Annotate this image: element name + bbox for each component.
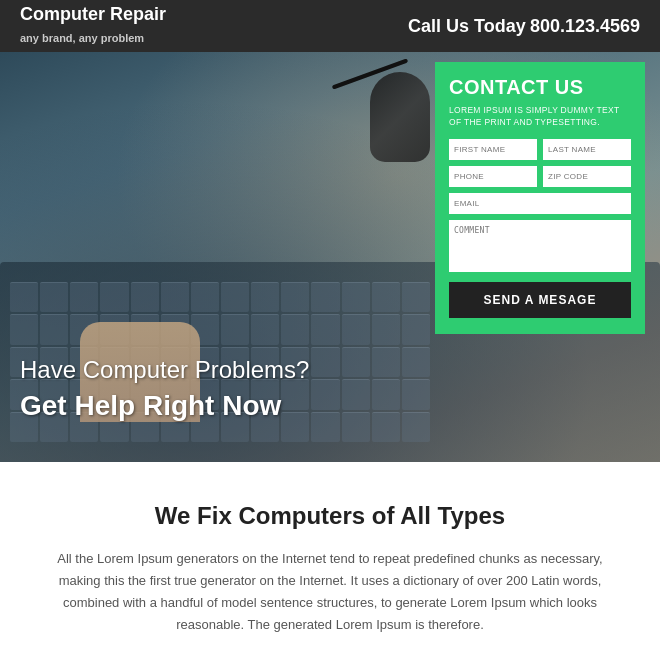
first-name-input[interactable] <box>449 139 537 160</box>
hero-tagline: Have Computer Problems? <box>20 356 640 384</box>
send-button[interactable]: SEND A MESAGE <box>449 282 631 318</box>
info-body: All the Lorem Ipsum generators on the In… <box>50 548 610 636</box>
logo-tagline: any brand, any problem <box>20 32 144 44</box>
info-section: We Fix Computers of All Types All the Lo… <box>0 462 660 660</box>
phone-prefix: Call Us Today <box>408 16 526 36</box>
zip-input[interactable] <box>543 166 631 187</box>
phone-input[interactable] <box>449 166 537 187</box>
phone-number: 800.123.4569 <box>530 16 640 36</box>
contact-form: CONTACT US LOREM IPSUM IS SIMPLY DUMMY T… <box>435 62 645 334</box>
phone-zip-row <box>449 166 631 187</box>
logo-brand-bold: Computer <box>20 4 105 24</box>
form-title: CONTACT US <box>449 76 631 99</box>
phone-cta: Call Us Today 800.123.4569 <box>408 16 640 37</box>
last-name-input[interactable] <box>543 139 631 160</box>
site-header: Computer Repair any brand, any problem C… <box>0 0 660 52</box>
form-description: LOREM IPSUM IS SIMPLY DUMMY TEXT OF THE … <box>449 105 631 129</box>
logo: Computer Repair any brand, any problem <box>20 4 166 47</box>
name-row <box>449 139 631 160</box>
logo-brand-rest: Repair <box>105 4 166 24</box>
info-title: We Fix Computers of All Types <box>50 502 610 530</box>
email-input[interactable] <box>449 193 631 214</box>
mouse-decoration <box>370 72 430 162</box>
hero-section: Have Computer Problems? Get Help Right N… <box>0 52 660 462</box>
hero-text: Have Computer Problems? Get Help Right N… <box>0 356 660 462</box>
hero-headline: Get Help Right Now <box>20 390 640 422</box>
comment-input[interactable] <box>449 220 631 272</box>
